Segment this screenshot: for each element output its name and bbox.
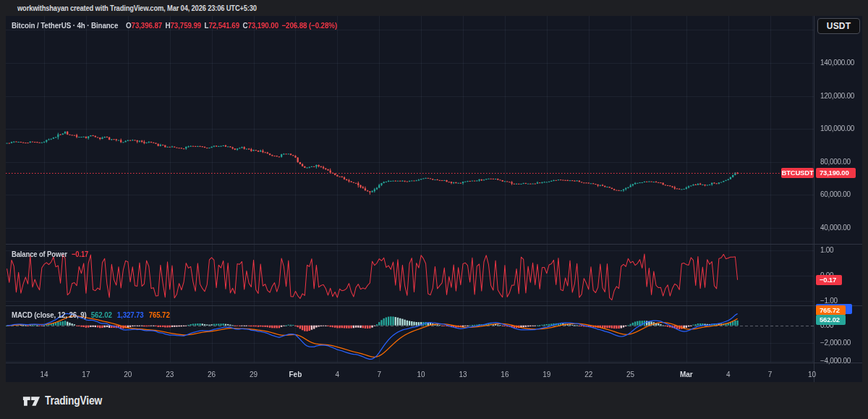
time-axis-tick: 19 bbox=[542, 371, 550, 379]
time-axis-tick: 23 bbox=[166, 371, 174, 379]
macd-hist-value-box: 562.02 bbox=[816, 315, 846, 325]
bop-indicator-title[interactable]: Balance of Power bbox=[12, 250, 67, 258]
macd-legend-value: 562.02 bbox=[91, 310, 112, 319]
change-value: −206.88 (−0.28%) bbox=[281, 21, 337, 30]
time-axis-tick: 16 bbox=[501, 371, 509, 379]
currency-toggle-button[interactable]: USDT bbox=[817, 18, 860, 34]
symbol-title[interactable]: Bitcoin / TetherUS · 4h · Binance bbox=[12, 21, 118, 30]
attribution-text: workwithshayan created with TradingView.… bbox=[17, 0, 257, 16]
time-axis-tick: 14 bbox=[40, 371, 48, 379]
bop-value: −0.17 bbox=[72, 250, 88, 258]
time-axis-tick: 17 bbox=[82, 371, 90, 379]
price-axis-tick: 140,000.00 bbox=[820, 59, 861, 67]
macd-indicator-title[interactable]: MACD (close, 12, 26, 9) bbox=[12, 310, 87, 319]
time-axis-tick: 13 bbox=[459, 371, 467, 379]
time-axis-tick: Mar bbox=[680, 371, 693, 379]
time-axis-tick: 22 bbox=[584, 371, 592, 379]
time-axis-tick: 20 bbox=[124, 371, 132, 379]
macd-legend[interactable]: MACD (close, 12, 26, 9)562.021,327.73765… bbox=[12, 310, 170, 319]
time-axis-tick: 10 bbox=[808, 371, 816, 379]
ohlc-field-value: 73,396.87 bbox=[132, 21, 163, 30]
price-axis-tick: 80,000.00 bbox=[820, 158, 861, 166]
macd-legend-value: 765.72 bbox=[149, 310, 170, 319]
time-axis-tick: Feb bbox=[289, 371, 302, 379]
symbol-price-box: BTCUSDT bbox=[781, 168, 814, 178]
price-axis-tick: 120,000.00 bbox=[820, 92, 861, 101]
macd-signal-value-box: 765.72 bbox=[816, 305, 846, 316]
symbol-legend[interactable]: Bitcoin / TetherUS · 4h · BinanceO73,396… bbox=[12, 21, 337, 30]
bop-legend[interactable]: Balance of Power−0.17 bbox=[12, 250, 88, 258]
macd-legend-value: 1,327.73 bbox=[117, 310, 144, 319]
ohlc-values: O73,396.87H73,759.99L72,541.69C73,190.00… bbox=[123, 21, 337, 30]
macd-axis-tick: −2,000.00 bbox=[820, 339, 861, 347]
time-axis-tick: 29 bbox=[250, 371, 258, 379]
bop-axis-tick: 1.00 bbox=[820, 246, 861, 255]
footer: TradingView bbox=[22, 392, 111, 410]
macd-values: 562.021,327.73765.72 bbox=[91, 310, 170, 319]
ohlc-field-value: 72,541.69 bbox=[208, 21, 239, 30]
time-axis-tick: 7 bbox=[768, 371, 773, 379]
ohlc-field-label: H bbox=[166, 21, 171, 30]
price-axis-tick: 40,000.00 bbox=[820, 224, 861, 232]
time-axis-tick: 4 bbox=[726, 371, 731, 379]
chart-area[interactable]: Bitcoin / TetherUS · 4h · BinanceO73,396… bbox=[6, 16, 862, 382]
time-axis-tick: 4 bbox=[336, 371, 340, 379]
ohlc-field-value: 73,190.00 bbox=[247, 21, 278, 30]
price-axis-tick: 60,000.00 bbox=[820, 190, 861, 199]
bop-value-box: −0.17 bbox=[816, 275, 842, 285]
chart-canvas[interactable] bbox=[6, 16, 862, 382]
time-axis-tick: 26 bbox=[208, 371, 216, 379]
time-axis-tick: 10 bbox=[417, 371, 425, 379]
tradingview-snapshot: workwithshayan created with TradingView.… bbox=[0, 0, 868, 419]
last-price-box: 73,190.00 bbox=[816, 168, 856, 178]
price-axis-tick: 100,000.00 bbox=[820, 124, 861, 133]
tradingview-logo-icon bbox=[22, 394, 41, 409]
time-axis-tick: 25 bbox=[626, 371, 634, 379]
ohlc-field-value: 73,759.99 bbox=[171, 21, 202, 30]
macd-axis-tick: −4,000.00 bbox=[820, 357, 861, 365]
time-axis-tick: 7 bbox=[377, 371, 381, 379]
tradingview-logo-text: TradingView bbox=[45, 394, 102, 407]
